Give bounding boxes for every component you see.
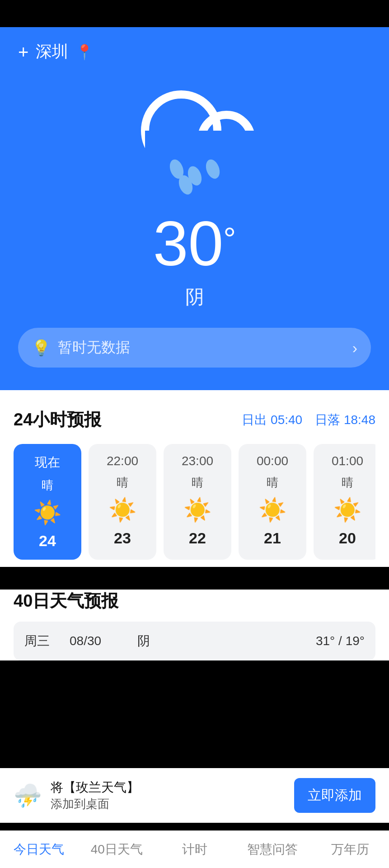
weather-illustration	[18, 81, 371, 198]
add-desktop-title: 将【玫兰天气】	[51, 779, 285, 796]
svg-rect-2	[145, 131, 256, 171]
add-desktop-text: 将【玫兰天气】 添加到桌面	[51, 779, 285, 812]
forecast-24h-header: 24小时预报 日出 05:40 日落 18:48	[14, 408, 375, 431]
hour-card-4[interactable]: 01:00 晴 ☀️ 20	[314, 444, 375, 560]
sun-icon-0: ☀️	[33, 500, 61, 526]
sun-icon-4: ☀️	[333, 497, 361, 523]
nav-label-qa: 智慧问答	[247, 841, 298, 858]
nav-item-40day[interactable]: 40日天气	[78, 831, 155, 868]
hour-card-3[interactable]: 00:00 晴 ☀️ 21	[239, 444, 306, 560]
hour-temp-4: 20	[339, 529, 356, 547]
hour-condition-1: 晴	[117, 475, 128, 491]
nav-label-today: 今日天气	[14, 841, 64, 858]
sun-icon-3: ☀️	[258, 497, 286, 523]
hour-card-2[interactable]: 23:00 晴 ☀️ 22	[164, 444, 231, 560]
temperature-display: 30 °	[18, 212, 371, 275]
hour-label-0: 现在	[35, 454, 60, 471]
nav-item-qa[interactable]: 智慧问答	[234, 831, 311, 868]
nav-label-calendar: 万年历	[331, 841, 369, 858]
nav-label-40day: 40日天气	[91, 841, 143, 858]
forecast-condition-0: 阴	[137, 632, 307, 650]
hour-condition-2: 晴	[192, 475, 203, 491]
hour-label-2: 23:00	[182, 454, 213, 468]
forecast-day-0: 周三	[24, 632, 61, 650]
nav-item-today[interactable]: 今日天气	[0, 831, 78, 868]
hour-temp-3: 21	[264, 529, 281, 547]
info-banner-left: 💡 暂时无数据	[32, 338, 130, 358]
add-desktop-banner: ⛈️ 将【玫兰天气】 添加到桌面 立即添加	[0, 768, 389, 823]
weather-header: + 深圳 📍 30 ° 阴 💡 暂时无数据 ›	[0, 27, 389, 390]
hourly-scroll: 现在 晴 ☀️ 24 22:00 晴 ☀️ 23 23:00 晴 ☀️ 22 0…	[14, 444, 375, 567]
forecast-row-0: 周三 08/30 阴 31° / 19°	[14, 622, 375, 660]
location-icon: 📍	[75, 43, 94, 61]
weather-condition: 阴	[18, 284, 371, 310]
no-data-text: 暂时无数据	[58, 338, 130, 358]
add-desktop-subtitle: 添加到桌面	[51, 796, 285, 812]
hour-temp-1: 23	[114, 529, 131, 547]
add-now-button[interactable]: 立即添加	[294, 778, 375, 813]
hour-card-1[interactable]: 22:00 晴 ☀️ 23	[89, 444, 156, 560]
sunrise-sunset: 日出 05:40 日落 18:48	[242, 411, 375, 429]
hour-condition-4: 晴	[342, 475, 353, 491]
city-name: 深圳	[36, 41, 68, 63]
hour-label-4: 01:00	[332, 454, 363, 468]
sun-icon-1: ☀️	[108, 497, 136, 523]
hour-label-3: 00:00	[257, 454, 288, 468]
content-section: 24小时预报 日出 05:40 日落 18:48 现在 晴 ☀️ 24 22:0…	[0, 390, 389, 567]
nav-item-calendar[interactable]: 万年历	[311, 831, 389, 868]
add-city-button[interactable]: +	[18, 43, 28, 61]
rain-cloud-icon: ⛈️	[14, 783, 42, 809]
temperature-value: 30	[153, 212, 224, 275]
lightbulb-icon: 💡	[32, 339, 51, 357]
hour-condition-3: 晴	[267, 475, 278, 491]
hour-temp-2: 22	[189, 529, 206, 547]
hour-card-0[interactable]: 现在 晴 ☀️ 24	[14, 444, 81, 560]
degree-symbol: °	[223, 221, 236, 257]
hour-temp-0: 24	[39, 532, 56, 550]
info-banner[interactable]: 💡 暂时无数据 ›	[18, 328, 371, 368]
forecast-40d-section: 40日天气预报 周三 08/30 阴 31° / 19°	[0, 590, 389, 660]
forecast-24h-title: 24小时预报	[14, 408, 101, 431]
hour-condition-0: 晴	[42, 477, 53, 493]
forecast-temps-0: 31° / 19°	[316, 634, 365, 648]
sunrise-info: 日出 05:40	[242, 411, 302, 429]
nav-item-timer[interactable]: 计时	[155, 831, 233, 868]
hour-label-1: 22:00	[107, 454, 138, 468]
nav-label-timer: 计时	[182, 841, 207, 858]
status-bar	[0, 0, 389, 27]
forecast-date-0: 08/30	[70, 634, 128, 648]
chevron-right-icon: ›	[352, 339, 357, 357]
sun-icon-2: ☀️	[183, 497, 211, 523]
forecast-40d-title: 40日天气预报	[14, 590, 375, 613]
sunset-info: 日落 18:48	[315, 411, 375, 429]
top-bar: + 深圳 📍	[18, 41, 371, 63]
bottom-nav: 今日天气 40日天气 计时 智慧问答 万年历	[0, 830, 389, 868]
